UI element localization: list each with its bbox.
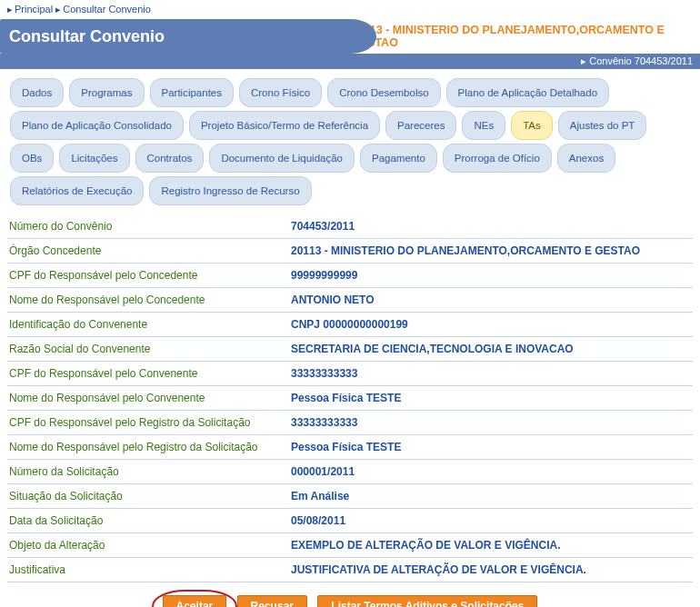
tab-crono-f-sico[interactable]: Crono Físico bbox=[239, 78, 322, 107]
tab-plano-de-aplica-o-consolidado[interactable]: Plano de Aplicação Consolidado bbox=[10, 111, 184, 140]
detail-value: 05/08/2011 bbox=[291, 514, 691, 527]
detail-row: Objeto da AlteraçãoEXEMPLO DE ALTERAÇÃO … bbox=[7, 533, 693, 558]
detail-label: Número da Solicitação bbox=[9, 465, 291, 478]
tab-pareceres[interactable]: Pareceres bbox=[385, 111, 456, 140]
tab-dados[interactable]: Dados bbox=[10, 78, 64, 107]
detail-value: EXEMPLO DE ALTERAÇÃO DE VALOR E VIGÊNCIA… bbox=[291, 539, 691, 552]
detail-label: CPF do Responsável pelo Concedente bbox=[9, 269, 291, 282]
detail-value: 33333333333 bbox=[291, 367, 691, 380]
detail-label: CPF do Responsável pelo Convenente bbox=[9, 367, 291, 380]
detail-row: Razão Social do ConvenenteSECRETARIA DE … bbox=[7, 337, 693, 362]
breadcrumb-sep-icon: ▸ bbox=[55, 4, 61, 15]
detail-label: Nome do Responsável pelo Convenente bbox=[9, 392, 291, 404]
detail-row: JustificativaJUSTIFICATIVA DE ALTERAÇÃO … bbox=[7, 558, 693, 582]
detail-value: Pessoa Física TESTE bbox=[291, 392, 691, 404]
detail-label: Número do Convênio bbox=[9, 220, 291, 233]
page-header: Consultar Convenio 20113 - MINISTERIO DO… bbox=[0, 19, 700, 54]
detail-label: Objeto da Alteração bbox=[9, 539, 291, 552]
detail-value: 000001/2011 bbox=[291, 465, 691, 478]
tab-programas[interactable]: Programas bbox=[69, 78, 144, 107]
detail-value: CNPJ 00000000000199 bbox=[291, 318, 691, 331]
detail-label: Data da Solicitação bbox=[9, 514, 291, 527]
tab-registro-ingresso-de-recurso[interactable]: Registro Ingresso de Recurso bbox=[149, 176, 311, 205]
detail-label: Nome do Responsável pelo Registro da Sol… bbox=[9, 441, 291, 453]
detail-value: 20113 - MINISTERIO DO PLANEJAMENTO,ORCAM… bbox=[291, 244, 691, 257]
detail-label: Razão Social do Convenente bbox=[9, 343, 291, 355]
detail-label: Nome do Responsável pelo Concedente bbox=[9, 294, 291, 306]
breadcrumb-sep-icon: ▸ bbox=[7, 4, 13, 15]
tab-relat-rios-de-execu-o[interactable]: Relatórios de Execução bbox=[10, 176, 144, 205]
detail-label: CPF do Responsável pelo Registro da Soli… bbox=[9, 416, 291, 429]
detail-value: SECRETARIA DE CIENCIA,TECNOLOGIA E INOVA… bbox=[291, 343, 691, 355]
tab-plano-de-aplica-o-detalhado[interactable]: Plano de Aplicação Detalhado bbox=[446, 78, 609, 107]
convenio-ref-text: Convênio 704453/2011 bbox=[589, 55, 693, 66]
detail-row: CPF do Responsável pelo Concedente999999… bbox=[7, 264, 693, 288]
detail-row: Órgão Concedente20113 - MINISTERIO DO PL… bbox=[7, 239, 693, 264]
recusar-button[interactable]: Recusar bbox=[237, 595, 307, 607]
tab-ajustes-do-pt[interactable]: Ajustes do PT bbox=[558, 111, 647, 140]
breadcrumb: ▸Principal ▸Consultar Convenio bbox=[0, 0, 700, 19]
detail-value: ANTONIO NETO bbox=[291, 294, 691, 306]
tab-crono-desembolso[interactable]: Crono Desembolso bbox=[327, 78, 440, 107]
detail-value: JUSTIFICATIVA DE ALTERAÇÃO DE VALOR E VI… bbox=[291, 563, 691, 576]
breadcrumb-current-link[interactable]: Consultar Convenio bbox=[63, 4, 151, 15]
detail-label: Justificativa bbox=[9, 563, 291, 576]
detail-value: 704453/2011 bbox=[291, 220, 691, 233]
detail-row: CPF do Responsável pelo Convenente333333… bbox=[7, 362, 693, 386]
tab-prorroga-de-of-cio[interactable]: Prorroga de Ofício bbox=[443, 144, 552, 173]
page-title-wrap: Consultar Convenio bbox=[0, 19, 351, 54]
tab-anexos[interactable]: Anexos bbox=[557, 144, 615, 173]
tab-pagamento[interactable]: Pagamento bbox=[360, 144, 437, 173]
detail-row: Data da Solicitação05/08/2011 bbox=[7, 509, 693, 533]
aceitar-button[interactable]: Aceitar bbox=[163, 595, 227, 607]
org-label: 20113 - MINISTERIO DO PLANEJAMENTO,ORCAM… bbox=[351, 19, 700, 54]
detail-row: Identificação do ConvenenteCNPJ 00000000… bbox=[7, 313, 693, 337]
tab-participantes[interactable]: Participantes bbox=[150, 78, 234, 107]
detail-value: 33333333333 bbox=[291, 416, 691, 429]
detail-label: Situação da Solicitação bbox=[9, 490, 291, 503]
detail-label: Órgão Concedente bbox=[9, 244, 291, 257]
tab-documento-de-liquida-o[interactable]: Documento de Liquidação bbox=[209, 144, 355, 173]
detail-row: Nome do Responsável pelo ConvenentePesso… bbox=[7, 386, 693, 411]
tab-nes[interactable]: NEs bbox=[462, 111, 505, 140]
tab-contratos[interactable]: Contratos bbox=[135, 144, 205, 173]
breadcrumb-home-link[interactable]: Principal bbox=[15, 4, 53, 15]
detail-row: Número da Solicitação000001/2011 bbox=[7, 460, 693, 484]
details-panel: Número do Convênio704453/2011Órgão Conce… bbox=[0, 211, 700, 586]
detail-value: Em Análise bbox=[291, 490, 691, 503]
chevron-right-icon: ▸ bbox=[581, 55, 586, 66]
tab-licita-es[interactable]: Licitações bbox=[59, 144, 129, 173]
detail-row: CPF do Responsável pelo Registro da Soli… bbox=[7, 411, 693, 435]
actions-bar: Aceitar Recusar Listar Termos Aditivos e… bbox=[0, 586, 700, 607]
listar-termos-button[interactable]: Listar Termos Aditivos e Solicitações bbox=[317, 595, 537, 607]
page-title: Consultar Convenio bbox=[9, 27, 165, 46]
tab-projeto-b-sico-termo-de-refer-ncia[interactable]: Projeto Básico/Termo de Referência bbox=[189, 111, 380, 140]
tab-obs[interactable]: OBs bbox=[10, 144, 54, 173]
detail-label: Identificação do Convenente bbox=[9, 318, 291, 331]
detail-row: Nome do Responsável pelo Registro da Sol… bbox=[7, 435, 693, 460]
tab-tas[interactable]: TAs bbox=[511, 111, 553, 140]
detail-value: 99999999999 bbox=[291, 269, 691, 282]
detail-row: Nome do Responsável pelo ConcedenteANTON… bbox=[7, 288, 693, 313]
detail-row: Número do Convênio704453/2011 bbox=[7, 214, 693, 239]
detail-value: Pessoa Física TESTE bbox=[291, 441, 691, 453]
convenio-ref-bar: ▸Convênio 704453/2011 bbox=[0, 54, 700, 69]
detail-row: Situação da SolicitaçãoEm Análise bbox=[7, 484, 693, 509]
tabs-bar: DadosProgramasParticipantesCrono FísicoC… bbox=[0, 69, 700, 211]
